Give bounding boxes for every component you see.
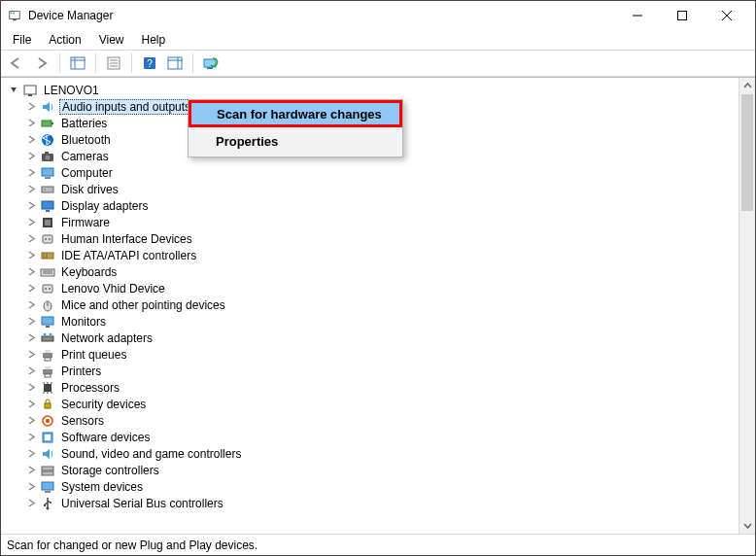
showhide-tree-button[interactable] xyxy=(66,52,89,74)
expander-icon[interactable] xyxy=(24,216,38,229)
tree-item[interactable]: IDE ATA/ATAPI controllers xyxy=(5,247,739,263)
tree-item-label: Security devices xyxy=(59,398,148,411)
separator xyxy=(192,53,193,73)
svg-point-56 xyxy=(50,332,52,335)
tree-root-label: LENOVO1 xyxy=(42,84,101,97)
svg-point-49 xyxy=(49,288,51,290)
tree-item-label: Sensors xyxy=(59,414,106,428)
tree-item[interactable]: Human Interface Devices xyxy=(5,230,739,247)
tree-item[interactable]: Software devices xyxy=(5,429,739,445)
tree-item[interactable]: Display adapters xyxy=(5,197,739,214)
expander-icon[interactable] xyxy=(24,315,38,329)
svg-point-2 xyxy=(11,13,13,15)
scroll-track[interactable] xyxy=(739,94,755,517)
menu-help[interactable]: Help xyxy=(134,31,174,49)
tree-item[interactable]: Storage controllers xyxy=(5,462,739,478)
tree-item-label: Software devices xyxy=(59,431,152,444)
ctx-scan-hardware[interactable]: Scan for hardware changes xyxy=(189,100,402,127)
svg-rect-53 xyxy=(46,326,50,328)
tree-item[interactable]: Processors xyxy=(5,379,739,396)
separator xyxy=(95,53,96,73)
tree-item[interactable]: Firmware xyxy=(5,214,739,230)
tree-item[interactable]: Universal Serial Bus controllers xyxy=(5,495,739,511)
expander-icon[interactable] xyxy=(24,249,38,262)
expander-icon[interactable] xyxy=(24,298,38,312)
tree-item[interactable]: Sensors xyxy=(5,412,739,429)
expander-icon[interactable] xyxy=(24,398,38,411)
expander-icon[interactable] xyxy=(24,100,38,114)
ctx-properties[interactable]: Properties xyxy=(190,127,400,155)
computer-icon xyxy=(40,165,55,181)
tree-item[interactable]: Print queues xyxy=(5,346,739,363)
expander-icon[interactable] xyxy=(24,414,38,428)
tree-item-label: Human Interface Devices xyxy=(59,232,194,246)
help-button[interactable]: ? xyxy=(138,52,161,74)
expander-icon[interactable] xyxy=(7,84,20,97)
tree-item[interactable]: Network adapters xyxy=(5,330,739,346)
expander-icon[interactable] xyxy=(24,480,38,494)
expander-icon[interactable] xyxy=(24,150,38,163)
tree-item[interactable]: Sound, video and game controllers xyxy=(5,445,739,462)
expander-icon[interactable] xyxy=(24,464,38,477)
tree-item[interactable]: Keyboards xyxy=(5,263,739,280)
disk-icon xyxy=(40,182,55,197)
expander-icon[interactable] xyxy=(24,282,38,295)
tree-item-label: System devices xyxy=(59,480,145,494)
svg-point-3 xyxy=(13,13,15,15)
expander-icon[interactable] xyxy=(24,381,38,395)
expander-icon[interactable] xyxy=(24,166,38,180)
tree-item[interactable]: Lenovo Vhid Device xyxy=(5,280,739,296)
menu-file[interactable]: File xyxy=(5,31,39,49)
svg-point-72 xyxy=(46,419,50,423)
expander-icon[interactable] xyxy=(24,199,38,213)
tree-item[interactable]: Computer xyxy=(5,164,739,181)
svg-rect-21 xyxy=(207,67,213,69)
expander-icon[interactable] xyxy=(24,447,38,461)
tree-item[interactable]: Printers xyxy=(5,363,739,379)
expander-icon[interactable] xyxy=(24,232,38,246)
expander-icon[interactable] xyxy=(24,431,38,444)
expander-icon[interactable] xyxy=(24,265,38,279)
back-button[interactable] xyxy=(5,52,28,74)
scroll-down-arrow[interactable] xyxy=(739,517,755,534)
tree-item[interactable]: Mice and other pointing devices xyxy=(5,296,739,313)
tree-item-label: Audio inputs and outputs xyxy=(59,99,193,115)
storage-icon xyxy=(40,463,55,478)
svg-point-48 xyxy=(45,288,47,290)
tree-root[interactable]: LENOVO1 xyxy=(5,82,739,98)
svg-rect-59 xyxy=(45,358,51,361)
mouse-icon xyxy=(40,297,55,313)
menu-action[interactable]: Action xyxy=(41,31,88,49)
tree-item[interactable]: Disk drives xyxy=(5,181,739,197)
svg-rect-37 xyxy=(45,220,51,226)
tree-item-label: Storage controllers xyxy=(59,464,161,477)
svg-rect-54 xyxy=(42,336,53,341)
tree-item[interactable]: System devices xyxy=(5,478,739,495)
menu-view[interactable]: View xyxy=(91,31,132,49)
forward-button[interactable] xyxy=(30,52,53,74)
scroll-thumb[interactable] xyxy=(741,94,753,211)
tree-item[interactable]: Security devices xyxy=(5,396,739,412)
expander-icon[interactable] xyxy=(24,133,38,147)
expander-icon[interactable] xyxy=(24,348,38,362)
action-pane-button[interactable] xyxy=(163,52,187,74)
scan-hardware-button[interactable] xyxy=(199,52,223,74)
expander-icon[interactable] xyxy=(24,365,38,378)
scroll-up-arrow[interactable] xyxy=(739,78,755,94)
expander-icon[interactable] xyxy=(24,183,38,196)
svg-rect-63 xyxy=(44,384,52,392)
tree-item[interactable]: Monitors xyxy=(5,313,739,330)
audio-icon xyxy=(40,99,55,115)
close-button[interactable] xyxy=(704,1,749,30)
vertical-scrollbar[interactable] xyxy=(739,78,755,534)
svg-rect-35 xyxy=(46,210,50,212)
status-text: Scan for changed or new Plug and Play de… xyxy=(7,539,258,552)
tree-item-label: Sound, video and game controllers xyxy=(59,447,243,461)
cpu-icon xyxy=(40,380,55,396)
maximize-button[interactable] xyxy=(660,1,704,30)
expander-icon[interactable] xyxy=(24,331,38,345)
expander-icon[interactable] xyxy=(24,117,38,130)
minimize-button[interactable] xyxy=(615,1,660,30)
properties-button[interactable] xyxy=(102,52,125,74)
expander-icon[interactable] xyxy=(24,497,38,510)
